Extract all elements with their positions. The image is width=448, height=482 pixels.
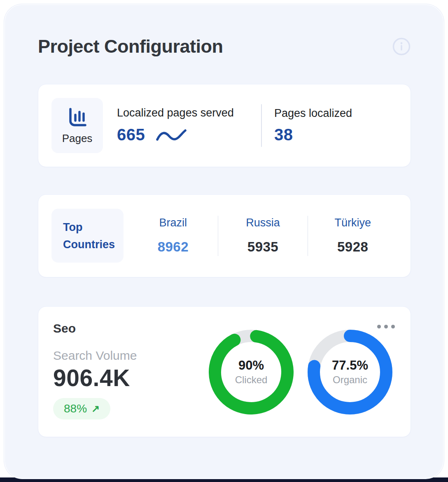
growth-badge-value: 88% <box>64 402 87 415</box>
top-countries-tile: Top Countries <box>51 209 124 263</box>
stat-label: Pages localized <box>274 107 352 120</box>
country-russia: Russia 5935 <box>218 217 308 255</box>
pages-stats-card: Pages Localized pages served 665 Pages l… <box>38 84 411 167</box>
countries-row: Brazil 8962 Russia 5935 Türkiye 5928 <box>128 216 397 256</box>
country-brazil: Brazil 8962 <box>128 217 218 255</box>
stat-value: 665 <box>117 126 145 144</box>
donut-percent: 77.5% <box>332 358 368 373</box>
ellipsis-menu-icon[interactable] <box>377 325 395 328</box>
clicked-donut-chart: 90% Clicked <box>209 330 294 414</box>
stat-value: 38 <box>274 126 293 144</box>
arrow-up-right-icon: ↗ <box>91 403 100 414</box>
panel-header: Project Configuration <box>38 36 411 57</box>
top-countries-card: Top Countries Brazil 8962 Russia 5935 Tü… <box>38 194 411 277</box>
country-name: Türkiye <box>308 217 397 229</box>
country-name: Russia <box>218 217 308 229</box>
donut-center: 77.5% Organic <box>308 330 392 414</box>
stat-localized-pages-served: Localized pages served 665 <box>117 107 246 144</box>
country-turkiye: Türkiye 5928 <box>308 217 397 255</box>
country-value: 5928 <box>308 239 397 255</box>
donut-percent: 90% <box>238 358 264 373</box>
donut-label: Clicked <box>235 374 268 386</box>
seo-card: Seo Search Volume 906.4K 88% ↗ 90% Click… <box>38 306 411 437</box>
project-configuration-panel: Project Configuration Pages Localiz <box>4 4 444 479</box>
trend-wave-icon <box>156 126 187 145</box>
stat-label: Localized pages served <box>117 107 246 119</box>
pages-tile: Pages <box>51 98 103 153</box>
organic-donut-chart: 77.5% Organic <box>308 330 392 414</box>
country-name: Brazil <box>128 217 218 229</box>
top-countries-label: Top Countries <box>63 219 114 253</box>
growth-badge: 88% ↗ <box>53 398 110 419</box>
bar-chart-icon <box>67 106 88 129</box>
page-title: Project Configuration <box>38 36 223 57</box>
divider <box>261 104 262 147</box>
stat-pages-localized: Pages localized 38 <box>274 107 352 144</box>
donut-label: Organic <box>333 374 367 386</box>
country-value: 5935 <box>218 239 308 255</box>
pages-tile-label: Pages <box>62 132 93 145</box>
donut-center: 90% Clicked <box>209 330 294 414</box>
country-value: 8962 <box>128 239 218 255</box>
info-icon[interactable] <box>392 37 411 56</box>
